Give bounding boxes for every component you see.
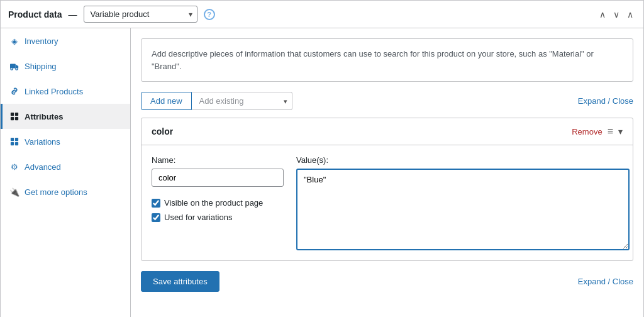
variations-checkbox[interactable] xyxy=(152,213,160,222)
add-existing-wrapper[interactable]: Add existing xyxy=(192,92,292,110)
variations-label: Used for variations xyxy=(164,213,232,222)
reorder-icon[interactable]: ≡ xyxy=(608,126,613,137)
header-dash: — xyxy=(69,9,77,19)
sidebar-item-label: Shipping xyxy=(25,62,57,71)
link-icon xyxy=(9,86,19,96)
bottom-actions-row: Save attributes Expand / Close xyxy=(141,271,633,292)
remove-attribute-link[interactable]: Remove xyxy=(572,127,602,136)
product-data-body: ◈ Inventory Shipping Linked Products At xyxy=(1,28,643,317)
sidebar-item-get-more-options[interactable]: 🔌 Get more options xyxy=(1,179,130,204)
svg-point-3 xyxy=(16,68,18,70)
product-type-select[interactable]: Variable product Simple product Grouped … xyxy=(84,6,197,23)
svg-rect-9 xyxy=(15,138,18,141)
checkboxes-group: Visible on the product page Used for var… xyxy=(152,198,284,222)
attribute-block: color Remove ≡ ▾ Name: xyxy=(141,118,633,261)
attribute-fields: Name: Visible on the product page Used f… xyxy=(152,155,623,250)
svg-point-2 xyxy=(11,68,13,70)
info-text: Add descriptive pieces of information th… xyxy=(152,49,594,71)
values-label: Value(s): xyxy=(296,155,630,165)
attribute-header-actions: Remove ≡ ▾ xyxy=(572,126,623,137)
sidebar-item-label: Variations xyxy=(25,137,60,147)
collapse-down-button[interactable]: ∨ xyxy=(611,8,622,21)
expand-button[interactable]: ∧ xyxy=(625,8,636,21)
attributes-icon xyxy=(9,111,19,121)
name-label: Name: xyxy=(152,155,284,165)
visible-checkbox-label[interactable]: Visible on the product page xyxy=(152,198,284,208)
svg-rect-4 xyxy=(11,113,14,116)
save-attributes-button[interactable]: Save attributes xyxy=(141,271,219,292)
sidebar-item-label: Linked Products xyxy=(25,87,83,96)
expand-close-bottom[interactable]: Expand / Close xyxy=(578,277,633,286)
sidebar-item-label: Advanced xyxy=(25,162,61,172)
attribute-body: Name: Visible on the product page Used f… xyxy=(142,145,633,260)
header-left: Product data — Variable product Simple p… xyxy=(8,6,215,23)
svg-rect-7 xyxy=(15,117,18,120)
actions-left: Add new Add existing xyxy=(141,92,292,110)
collapse-up-button[interactable]: ∧ xyxy=(597,8,608,21)
name-field-group: Name: Visible on the product page Used f… xyxy=(152,155,284,222)
attribute-name: color xyxy=(152,126,173,136)
sidebar-item-label: Attributes xyxy=(25,112,63,121)
header-controls: ∧ ∨ ∧ xyxy=(597,8,636,21)
actions-row: Add new Add existing Expand / Close xyxy=(141,92,633,110)
product-data-header: Product data — Variable product Simple p… xyxy=(1,1,643,28)
sidebar-item-attributes[interactable]: Attributes xyxy=(1,104,130,129)
product-data-title: Product data xyxy=(8,9,62,19)
sidebar: ◈ Inventory Shipping Linked Products At xyxy=(1,28,131,317)
product-type-wrapper[interactable]: Variable product Simple product Grouped … xyxy=(84,6,197,23)
svg-rect-5 xyxy=(15,113,18,116)
shipping-icon xyxy=(9,61,19,71)
info-box: Add descriptive pieces of information th… xyxy=(141,38,633,82)
attribute-name-input[interactable] xyxy=(152,169,284,187)
add-new-button[interactable]: Add new xyxy=(141,92,192,110)
sidebar-item-linked-products[interactable]: Linked Products xyxy=(1,79,130,104)
sidebar-item-variations[interactable]: Variations xyxy=(1,129,130,154)
get-more-options-icon: 🔌 xyxy=(9,187,19,197)
sidebar-item-inventory[interactable]: ◈ Inventory xyxy=(1,28,130,53)
sidebar-item-shipping[interactable]: Shipping xyxy=(1,53,130,79)
variations-checkbox-label[interactable]: Used for variations xyxy=(152,213,284,222)
sidebar-item-advanced[interactable]: ⚙ Advanced xyxy=(1,154,130,179)
variations-icon xyxy=(9,136,19,147)
svg-rect-8 xyxy=(11,138,14,141)
inventory-icon: ◈ xyxy=(9,36,19,46)
svg-rect-11 xyxy=(15,142,18,145)
sidebar-item-label: Get more options xyxy=(25,187,87,197)
visible-checkbox[interactable] xyxy=(152,199,160,208)
attribute-header: color Remove ≡ ▾ xyxy=(142,118,633,145)
svg-rect-10 xyxy=(11,142,14,145)
values-textarea[interactable]: "Blue" xyxy=(296,169,630,250)
help-icon[interactable]: ? xyxy=(204,9,215,20)
add-existing-select[interactable]: Add existing xyxy=(192,92,292,110)
values-field-group: Value(s): "Blue" xyxy=(296,155,630,250)
advanced-icon: ⚙ xyxy=(9,162,19,172)
chevron-down-icon[interactable]: ▾ xyxy=(618,126,623,136)
sidebar-item-label: Inventory xyxy=(25,36,58,46)
svg-rect-6 xyxy=(11,117,14,120)
product-data-panel: Product data — Variable product Simple p… xyxy=(0,0,644,317)
main-content: Add descriptive pieces of information th… xyxy=(131,28,643,317)
visible-label: Visible on the product page xyxy=(164,198,263,208)
expand-close-top[interactable]: Expand / Close xyxy=(578,96,633,106)
